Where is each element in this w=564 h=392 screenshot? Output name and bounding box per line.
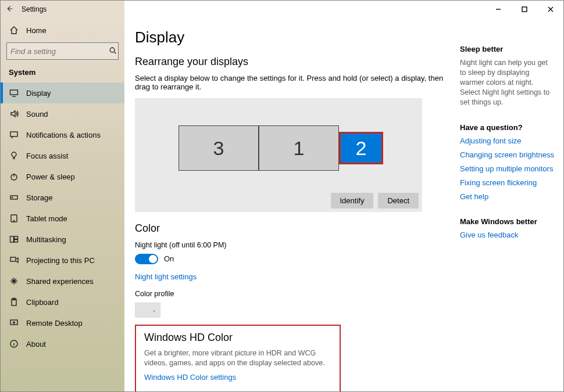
sleep-better-text: Night light can help you get to sleep by… xyxy=(460,58,555,107)
link-multiple-monitors[interactable]: Setting up multiple monitors xyxy=(460,164,555,173)
svg-rect-9 xyxy=(10,236,14,242)
minimize-button[interactable] xyxy=(485,1,511,18)
make-better-heading: Make Windows better xyxy=(460,217,555,226)
sidebar-item-label: Notifications & actions xyxy=(26,131,101,139)
rearrange-heading: Rearrange your displays xyxy=(135,56,444,68)
sidebar-item-notifications[interactable]: Notifications & actions xyxy=(1,124,124,145)
sidebar-item-label: Multitasking xyxy=(26,235,66,244)
main-area: Display Rearrange your displays Select a… xyxy=(124,18,563,391)
sidebar-item-label: Focus assist xyxy=(26,152,68,160)
sidebar-item-label: Clipboard xyxy=(26,298,59,307)
night-light-settings-link[interactable]: Night light settings xyxy=(135,272,197,281)
maximize-button[interactable] xyxy=(511,1,537,18)
color-heading: Color xyxy=(135,222,444,235)
monitor-3[interactable]: 3 xyxy=(179,125,259,171)
night-light-state: On xyxy=(164,254,174,263)
sidebar-item-clipboard[interactable]: Clipboard xyxy=(1,292,124,312)
tablet-icon xyxy=(9,213,19,224)
detect-button[interactable]: Detect xyxy=(378,193,419,208)
link-feedback[interactable]: Give us feedback xyxy=(460,231,555,239)
storage-icon xyxy=(9,192,19,203)
window-title: Settings xyxy=(22,5,47,13)
link-adjust-font[interactable]: Adjusting font size xyxy=(460,136,555,145)
sidebar-item-multitasking[interactable]: Multitasking xyxy=(1,229,124,250)
content: Display Rearrange your displays Select a… xyxy=(124,18,455,391)
chevron-down-icon: ⌄ xyxy=(152,307,156,313)
sidebar-item-display[interactable]: Display xyxy=(1,82,124,103)
play-hdr-label: Play HDR games and apps xyxy=(144,390,331,392)
sidebar-item-label: Shared experiences xyxy=(26,277,94,286)
title-bar: Settings xyxy=(1,1,563,18)
night-light-label: Night light (off until 6:00 PM) xyxy=(135,240,444,250)
svg-point-1 xyxy=(110,48,115,52)
sidebar-item-label: Tablet mode xyxy=(26,214,67,223)
link-screen-flickering[interactable]: Fixing screen flickering xyxy=(460,178,555,187)
svg-rect-2 xyxy=(10,90,18,95)
window-controls xyxy=(485,1,563,18)
sidebar-item-label: Storage xyxy=(26,193,53,202)
display-arrangement: 3 1 2 Identify Detect xyxy=(135,98,422,212)
svg-point-6 xyxy=(12,197,12,197)
sidebar-item-tablet-mode[interactable]: Tablet mode xyxy=(1,208,124,229)
svg-rect-3 xyxy=(10,132,17,136)
link-get-help[interactable]: Get help xyxy=(460,192,555,201)
close-button[interactable] xyxy=(537,1,563,18)
color-profile-dropdown[interactable]: ⌄ xyxy=(135,303,160,318)
svg-rect-11 xyxy=(15,240,18,243)
hdcolor-settings-link[interactable]: Windows HD Color settings xyxy=(144,373,236,382)
sidebar-item-projecting[interactable]: Projecting to this PC xyxy=(1,250,124,271)
sidebar-item-remote-desktop[interactable]: Remote Desktop xyxy=(1,312,124,333)
search-input[interactable] xyxy=(10,47,109,56)
right-column: Sleep better Night light can help you ge… xyxy=(455,18,563,391)
hdcolor-desc: Get a brighter, more vibrant picture in … xyxy=(144,348,331,368)
sidebar: Home System Display Sound Notifications xyxy=(1,18,124,391)
sidebar-item-label: Power & sleep xyxy=(26,172,75,181)
sidebar-nav: Display Sound Notifications & actions Fo… xyxy=(1,82,124,354)
sidebar-item-focus-assist[interactable]: Focus assist xyxy=(1,145,124,166)
search-box[interactable] xyxy=(6,42,119,60)
svg-rect-12 xyxy=(10,257,16,261)
sidebar-item-storage[interactable]: Storage xyxy=(1,187,124,208)
svg-rect-0 xyxy=(522,7,527,12)
question-heading: Have a question? xyxy=(460,123,555,132)
sound-icon xyxy=(9,109,19,119)
hdcolor-heading: Windows HD Color xyxy=(144,332,331,344)
identify-button[interactable]: Identify xyxy=(331,193,374,208)
home-button[interactable]: Home xyxy=(1,21,124,39)
color-profile-label: Color profile xyxy=(135,289,444,299)
sidebar-item-label: Remote Desktop xyxy=(26,319,83,328)
home-icon xyxy=(9,25,19,35)
rearrange-hint: Select a display below to change the set… xyxy=(135,74,444,91)
sidebar-item-sound[interactable]: Sound xyxy=(1,103,124,124)
sidebar-item-shared-experiences[interactable]: Shared experiences xyxy=(1,271,124,292)
about-icon xyxy=(9,339,19,349)
search-icon xyxy=(109,46,117,56)
svg-point-8 xyxy=(13,220,14,221)
shared-icon xyxy=(9,276,19,286)
back-button[interactable] xyxy=(1,5,18,15)
page-title: Display xyxy=(135,28,444,46)
power-icon xyxy=(9,171,19,182)
link-screen-brightness[interactable]: Changing screen brightness xyxy=(460,150,555,159)
sidebar-heading: System xyxy=(1,66,124,82)
remote-desktop-icon xyxy=(9,318,19,328)
sidebar-item-about[interactable]: About xyxy=(1,333,124,354)
projecting-icon xyxy=(9,255,19,265)
settings-window: Settings Home System Display xyxy=(0,0,564,392)
multitasking-icon xyxy=(9,234,19,244)
sidebar-item-label: Projecting to this PC xyxy=(26,256,95,265)
night-light-toggle[interactable]: On xyxy=(135,254,444,264)
focus-assist-icon xyxy=(9,150,19,161)
sidebar-item-power-sleep[interactable]: Power & sleep xyxy=(1,166,124,187)
sleep-better-heading: Sleep better xyxy=(460,45,555,53)
sidebar-item-label: Display xyxy=(26,89,51,98)
windows-hd-color-section: Windows HD Color Get a brighter, more vi… xyxy=(135,325,341,391)
notifications-icon xyxy=(9,130,19,140)
display-icon xyxy=(9,88,19,98)
sidebar-item-label: Sound xyxy=(26,110,48,118)
monitor-1[interactable]: 1 xyxy=(259,125,339,171)
monitor-2-selected[interactable]: 2 xyxy=(339,132,383,164)
sidebar-item-label: About xyxy=(26,340,46,348)
clipboard-icon xyxy=(9,297,19,307)
svg-rect-10 xyxy=(15,236,18,239)
